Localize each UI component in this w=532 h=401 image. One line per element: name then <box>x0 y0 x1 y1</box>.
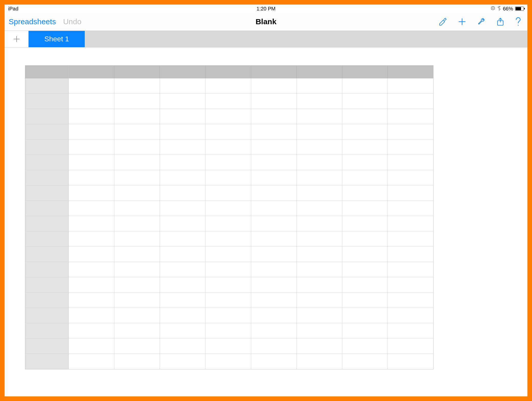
cell[interactable] <box>69 155 114 170</box>
cell[interactable] <box>388 78 433 94</box>
column-header[interactable] <box>388 66 433 78</box>
cell[interactable] <box>297 262 342 277</box>
cell[interactable] <box>114 185 160 201</box>
cell[interactable] <box>160 170 205 185</box>
column-header[interactable] <box>160 66 205 78</box>
cell[interactable] <box>160 262 205 277</box>
cell[interactable] <box>69 216 114 231</box>
row-header[interactable] <box>25 170 69 185</box>
cell[interactable] <box>160 277 205 293</box>
corner-cell[interactable] <box>25 66 69 78</box>
row-header[interactable] <box>25 109 69 124</box>
cell[interactable] <box>160 293 205 308</box>
cell[interactable] <box>69 201 114 216</box>
cell[interactable] <box>114 155 160 170</box>
cell[interactable] <box>114 308 160 323</box>
cell[interactable] <box>205 339 251 354</box>
cell[interactable] <box>251 354 297 369</box>
cell[interactable] <box>205 216 251 231</box>
row-header[interactable] <box>25 339 69 354</box>
cell[interactable] <box>388 109 433 124</box>
cell[interactable] <box>69 339 114 354</box>
column-header[interactable] <box>251 66 297 78</box>
row-header[interactable] <box>25 124 69 140</box>
cell[interactable] <box>251 339 297 354</box>
cell[interactable] <box>251 185 297 201</box>
row-header[interactable] <box>25 247 69 262</box>
cell[interactable] <box>388 140 433 155</box>
cell[interactable] <box>342 109 388 124</box>
cell[interactable] <box>160 231 205 247</box>
cell[interactable] <box>297 231 342 247</box>
cell[interactable] <box>160 323 205 339</box>
cell[interactable] <box>251 216 297 231</box>
cell[interactable] <box>160 185 205 201</box>
cell[interactable] <box>388 124 433 140</box>
cell[interactable] <box>69 323 114 339</box>
cell[interactable] <box>114 323 160 339</box>
cell[interactable] <box>297 94 342 109</box>
cell[interactable] <box>342 170 388 185</box>
cell[interactable] <box>388 231 433 247</box>
cell[interactable] <box>342 262 388 277</box>
cell[interactable] <box>342 277 388 293</box>
cell[interactable] <box>342 78 388 94</box>
cell[interactable] <box>342 124 388 140</box>
row-header[interactable] <box>25 354 69 369</box>
cell[interactable] <box>297 140 342 155</box>
cell[interactable] <box>297 201 342 216</box>
cell[interactable] <box>388 323 433 339</box>
cell[interactable] <box>69 293 114 308</box>
row-header[interactable] <box>25 216 69 231</box>
cell[interactable] <box>251 293 297 308</box>
cell[interactable] <box>69 277 114 293</box>
cell[interactable] <box>342 155 388 170</box>
cell[interactable] <box>160 109 205 124</box>
row-header[interactable] <box>25 262 69 277</box>
row-header[interactable] <box>25 155 69 170</box>
cell[interactable] <box>160 155 205 170</box>
sheet-tab-active[interactable]: Sheet 1 <box>29 31 85 47</box>
row-header[interactable] <box>25 185 69 201</box>
column-header[interactable] <box>342 66 388 78</box>
add-sheet-button[interactable] <box>5 31 29 47</box>
cell[interactable] <box>388 308 433 323</box>
cell[interactable] <box>251 78 297 94</box>
cell[interactable] <box>114 170 160 185</box>
cell[interactable] <box>114 140 160 155</box>
cell[interactable] <box>297 308 342 323</box>
cell[interactable] <box>114 94 160 109</box>
cell[interactable] <box>342 354 388 369</box>
cell[interactable] <box>342 216 388 231</box>
cell[interactable] <box>205 94 251 109</box>
cell[interactable] <box>69 262 114 277</box>
cell[interactable] <box>297 277 342 293</box>
cell[interactable] <box>297 185 342 201</box>
row-header[interactable] <box>25 201 69 216</box>
cell[interactable] <box>69 354 114 369</box>
row-header[interactable] <box>25 293 69 308</box>
cell[interactable] <box>205 155 251 170</box>
format-brush-icon[interactable] <box>438 17 447 26</box>
cell[interactable] <box>114 247 160 262</box>
cell[interactable] <box>297 293 342 308</box>
cell[interactable] <box>160 216 205 231</box>
cell[interactable] <box>342 94 388 109</box>
cell[interactable] <box>160 247 205 262</box>
cell[interactable] <box>388 185 433 201</box>
cell[interactable] <box>251 201 297 216</box>
row-header[interactable] <box>25 308 69 323</box>
cell[interactable] <box>205 247 251 262</box>
cell[interactable] <box>114 201 160 216</box>
cell[interactable] <box>69 109 114 124</box>
cell[interactable] <box>342 293 388 308</box>
cell[interactable] <box>205 140 251 155</box>
column-header[interactable] <box>69 66 114 78</box>
cell[interactable] <box>69 124 114 140</box>
cell[interactable] <box>69 140 114 155</box>
cell[interactable] <box>160 78 205 94</box>
cell[interactable] <box>342 201 388 216</box>
cell[interactable] <box>388 354 433 369</box>
cell[interactable] <box>69 231 114 247</box>
cell[interactable] <box>205 185 251 201</box>
